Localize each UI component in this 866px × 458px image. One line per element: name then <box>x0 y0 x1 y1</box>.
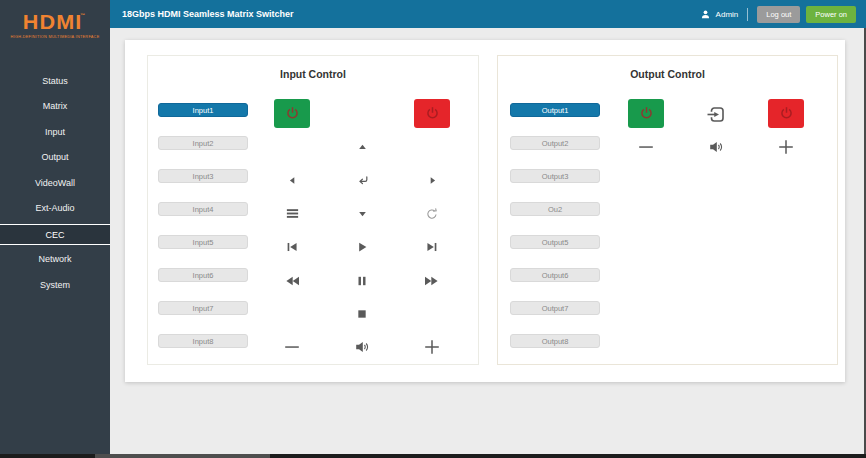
output-button-6[interactable]: Output6 <box>510 268 600 282</box>
sidebar-item-network[interactable]: Network <box>0 249 110 270</box>
output-button-list: Output1Output2Output3Ou2Output5Output6Ou… <box>510 103 600 348</box>
sidebar-item-cec[interactable]: CEC <box>0 224 110 245</box>
volume-minus-icon[interactable] <box>638 139 654 155</box>
speaker-icon[interactable] <box>354 339 370 355</box>
output-button-3[interactable]: Output3 <box>510 169 600 183</box>
power-on-button[interactable] <box>628 99 664 128</box>
enter-icon[interactable] <box>355 173 370 188</box>
pause-icon[interactable] <box>355 274 369 288</box>
fast-forward-icon[interactable] <box>424 273 440 289</box>
volume-plus-icon[interactable] <box>778 139 794 155</box>
output-button-8[interactable]: Output8 <box>510 334 600 348</box>
page-title: 18Gbps HDMI Seamless Matrix Switcher <box>122 9 294 19</box>
sidebar-item-status[interactable]: Status <box>0 71 110 92</box>
down-arrow-icon[interactable] <box>356 207 369 220</box>
sidebar: HDMI™ HIGH-DEFINITION MULTIMEDIA INTERFA… <box>0 0 110 458</box>
person-icon <box>700 9 711 20</box>
volume-plus-icon[interactable] <box>424 339 440 355</box>
hdmi-logo: HDMI™ HIGH-DEFINITION MULTIMEDIA INTERFA… <box>0 0 110 39</box>
input-control-title: Input Control <box>148 68 478 80</box>
volume-minus-icon[interactable] <box>284 339 300 355</box>
skip-next-icon[interactable] <box>425 240 439 254</box>
sidebar-item-input[interactable]: Input <box>0 122 110 143</box>
input-button-6[interactable]: Input6 <box>158 268 248 282</box>
redo-icon[interactable] <box>425 207 439 221</box>
input-button-1[interactable]: Input1 <box>158 103 248 117</box>
left-arrow-icon[interactable] <box>286 174 299 187</box>
content-card: Input Control Input1Input2Input3Input4In… <box>125 40 845 382</box>
input-button-7[interactable]: Input7 <box>158 301 248 315</box>
user-label: Admin <box>716 10 739 19</box>
input-button-list: Input1Input2Input3Input4Input5Input6Inpu… <box>158 103 248 348</box>
power-off-button[interactable] <box>414 99 450 128</box>
output-button-4[interactable]: Ou2 <box>510 202 600 216</box>
input-remote-grid <box>257 97 467 364</box>
rewind-icon[interactable] <box>284 273 300 289</box>
input-button-5[interactable]: Input5 <box>158 235 248 249</box>
sidebar-item-system[interactable]: System <box>0 275 110 296</box>
sidebar-item-output[interactable]: Output <box>0 147 110 168</box>
topbar: 18Gbps HDMI Seamless Matrix Switcher Adm… <box>110 0 866 28</box>
output-control-title: Output Control <box>498 68 837 80</box>
stop-icon[interactable] <box>355 307 369 321</box>
hdmi-logo-text: HDMI <box>23 12 83 32</box>
up-arrow-icon[interactable] <box>356 141 369 154</box>
menu-icon[interactable] <box>285 206 300 221</box>
output-button-5[interactable]: Output5 <box>510 235 600 249</box>
power-on-button[interactable]: Power on <box>806 6 856 23</box>
skip-previous-icon[interactable] <box>285 240 299 254</box>
user-area: Admin Log out Power on <box>700 6 856 23</box>
input-button-3[interactable]: Input3 <box>158 169 248 183</box>
power-on-button[interactable] <box>274 99 310 128</box>
power-off-button[interactable] <box>768 99 804 128</box>
hdmi-logo-subtext: HIGH-DEFINITION MULTIMEDIA INTERFACE <box>3 34 108 39</box>
play-icon[interactable] <box>355 240 369 254</box>
input-select-icon[interactable] <box>706 104 726 124</box>
input-button-8[interactable]: Input8 <box>158 334 248 348</box>
right-arrow-icon[interactable] <box>426 174 439 187</box>
window-bottom-edge-segment <box>95 454 270 458</box>
output-button-1[interactable]: Output1 <box>510 103 600 117</box>
sidebar-item-videowall[interactable]: VideoWall <box>0 173 110 194</box>
input-button-4[interactable]: Input4 <box>158 202 248 216</box>
output-control-panel: Output Control Output1Output2Output3Ou2O… <box>497 55 838 365</box>
sidebar-item-ext-audio[interactable]: Ext-Audio <box>0 198 110 219</box>
sidebar-item-matrix[interactable]: Matrix <box>0 96 110 117</box>
logout-button[interactable]: Log out <box>757 6 800 23</box>
sidebar-nav: StatusMatrixInputOutputVideoWallExt-Audi… <box>0 66 110 300</box>
input-button-2[interactable]: Input2 <box>158 136 248 150</box>
output-button-7[interactable]: Output7 <box>510 301 600 315</box>
input-control-panel: Input Control Input1Input2Input3Input4In… <box>147 55 479 365</box>
app-window: HDMI™ HIGH-DEFINITION MULTIMEDIA INTERFA… <box>0 0 866 458</box>
output-remote-grid <box>611 97 821 164</box>
speaker-icon[interactable] <box>708 139 724 155</box>
topbar-divider <box>747 8 748 21</box>
output-button-2[interactable]: Output2 <box>510 136 600 150</box>
